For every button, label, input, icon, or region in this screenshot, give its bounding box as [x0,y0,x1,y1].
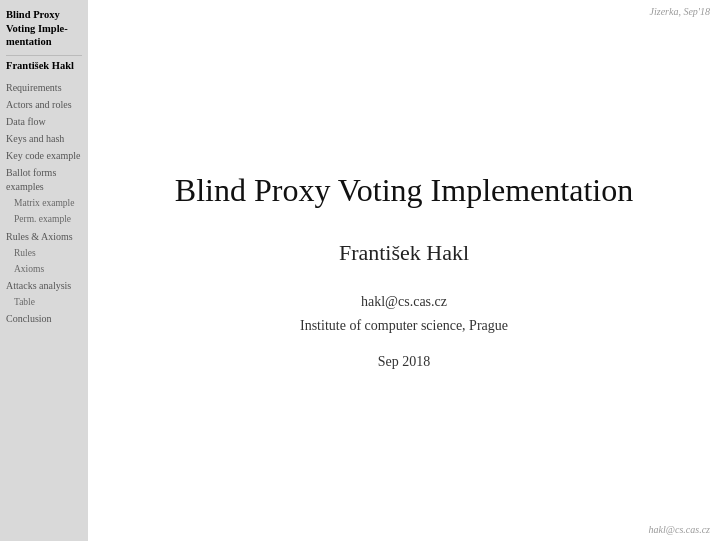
sidebar-author: František Hakl [6,55,82,71]
sidebar-item-4[interactable]: Key code example [6,149,82,163]
top-right-label: Jizerka, Sep'18 [650,6,710,17]
slide-content: Blind Proxy Voting Implementation Franti… [88,0,720,541]
slide-date: Sep 2018 [378,354,431,370]
main-panel: Jizerka, Sep'18 Blind Proxy Voting Imple… [88,0,720,541]
slide-email: hakl@cs.cas.cz [361,294,447,310]
sidebar-title: Blind Proxy Voting Imple- mentation [6,8,82,49]
sidebar-item-7[interactable]: Perm. example [6,213,82,226]
sidebar-item-9[interactable]: Rules [6,247,82,260]
slide-institute: Institute of computer science, Prague [300,318,508,334]
sidebar-item-6[interactable]: Matrix example [6,197,82,210]
sidebar-item-2[interactable]: Data flow [6,115,82,129]
sidebar-item-5[interactable]: Ballot forms examples [6,166,82,194]
sidebar: Blind Proxy Voting Imple- mentation Fran… [0,0,88,541]
sidebar-item-10[interactable]: Axioms [6,263,82,276]
sidebar-item-12[interactable]: Table [6,296,82,309]
sidebar-item-13[interactable]: Conclusion [6,312,82,326]
bottom-right-label: hakl@cs.cas.cz [649,524,710,535]
sidebar-item-11[interactable]: Attacks analysis [6,279,82,293]
sidebar-item-8[interactable]: Rules & Axioms [6,230,82,244]
slide-author: František Hakl [339,240,469,266]
sidebar-item-0[interactable]: Requirements [6,81,82,95]
sidebar-item-1[interactable]: Actors and roles [6,98,82,112]
slide-title: Blind Proxy Voting Implementation [175,171,633,209]
sidebar-item-3[interactable]: Keys and hash [6,132,82,146]
